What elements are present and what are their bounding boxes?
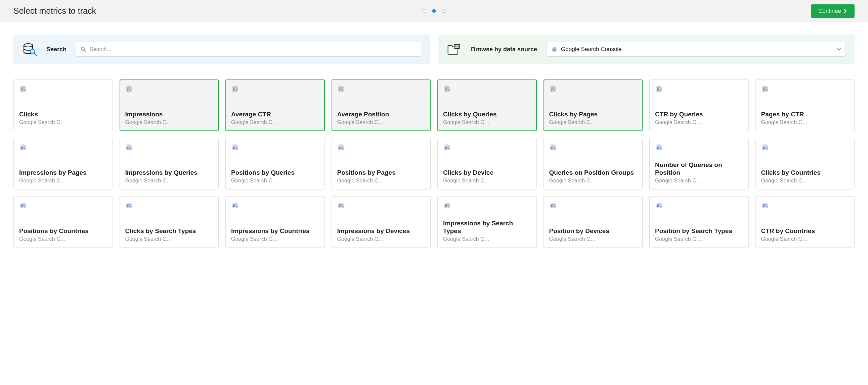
search-panel: Search xyxy=(13,35,430,64)
search-input-wrap xyxy=(76,42,421,57)
metric-card[interactable]: Average PositionGoogle Search C… xyxy=(332,79,431,131)
gsc-icon xyxy=(761,85,769,93)
gsc-icon xyxy=(231,85,239,93)
search-icon xyxy=(81,47,86,52)
continue-button[interactable]: Continue xyxy=(811,4,855,18)
metric-title: Impressions by Queries xyxy=(125,169,213,176)
svg-text:123: 123 xyxy=(455,45,459,48)
metric-card[interactable]: CTR by QueriesGoogle Search C… xyxy=(649,79,749,131)
step-dot-1[interactable] xyxy=(423,9,426,13)
metric-source: Google Search C… xyxy=(549,236,637,242)
metric-source: Google Search C… xyxy=(125,236,213,242)
metric-card[interactable]: ImpressionsGoogle Search C… xyxy=(120,79,219,131)
chevron-down-icon xyxy=(837,48,841,50)
metric-card[interactable]: Positions by QueriesGoogle Search C… xyxy=(225,138,325,189)
continue-label: Continue xyxy=(818,8,841,14)
data-source-select[interactable]: Google Search Console xyxy=(547,42,846,57)
metric-title: CTR by Queries xyxy=(655,111,743,118)
gsc-icon xyxy=(655,85,662,93)
gsc-icon xyxy=(19,85,27,93)
gsc-icon xyxy=(549,85,557,93)
metric-title: Clicks by Queries xyxy=(443,111,531,118)
metric-title: Positions by Pages xyxy=(337,169,425,176)
metric-title: Impressions by Pages xyxy=(19,169,107,176)
metric-card[interactable]: Impressions by PagesGoogle Search C… xyxy=(13,138,113,189)
metric-title: Positions by Countries xyxy=(19,228,107,235)
gsc-icon xyxy=(549,202,557,209)
stepper xyxy=(423,9,446,13)
metric-card[interactable]: Position by DevicesGoogle Search C… xyxy=(544,196,643,248)
gsc-icon xyxy=(337,144,345,151)
metric-card[interactable]: Impressions by QueriesGoogle Search C… xyxy=(120,138,219,189)
metric-source: Google Search C… xyxy=(443,178,531,184)
metric-source: Google Search C… xyxy=(19,178,107,184)
metric-source: Google Search C… xyxy=(231,178,319,184)
metric-card[interactable]: Clicks by DeviceGoogle Search C… xyxy=(437,138,537,189)
metric-card[interactable]: Average CTRGoogle Search C… xyxy=(225,79,325,131)
metrics-grid: ClicksGoogle Search C…ImpressionsGoogle … xyxy=(0,64,868,251)
metric-title: Position by Devices xyxy=(549,228,637,235)
gsc-icon xyxy=(337,85,345,93)
metric-source: Google Search C… xyxy=(549,178,637,184)
metric-source: Google Search C… xyxy=(655,236,743,242)
metric-card[interactable]: Clicks by Search TypesGoogle Search C… xyxy=(120,196,219,248)
page-title: Select metrics to track xyxy=(13,6,96,16)
data-source-selected: Google Search Console xyxy=(561,46,833,53)
metric-card[interactable]: Clicks by QueriesGoogle Search C… xyxy=(437,79,537,131)
metric-source: Google Search C… xyxy=(125,119,213,126)
gsc-icon xyxy=(125,202,133,209)
metric-source: Google Search C… xyxy=(19,119,107,126)
metric-card[interactable]: ClicksGoogle Search C… xyxy=(13,79,113,131)
metric-source: Google Search C… xyxy=(655,119,743,126)
metric-source: Google Search C… xyxy=(337,178,425,184)
gsc-icon xyxy=(549,144,557,151)
step-dot-2[interactable] xyxy=(432,9,436,13)
metric-card[interactable]: Position by Search TypesGoogle Search C… xyxy=(649,196,749,248)
metric-source: Google Search C… xyxy=(549,119,637,126)
metric-source: Google Search C… xyxy=(337,236,425,242)
metric-source: Google Search C… xyxy=(443,119,531,126)
metric-card[interactable]: Number of Queries on PositionGoogle Sear… xyxy=(649,138,749,189)
metric-card[interactable]: Queries on Position GroupsGoogle Search … xyxy=(544,138,643,189)
metric-title: Average CTR xyxy=(231,111,319,118)
browse-label: Browse by data source xyxy=(471,46,537,53)
metric-title: Queries on Position Groups xyxy=(549,169,637,176)
gsc-icon xyxy=(125,144,133,151)
search-input[interactable] xyxy=(76,42,421,57)
browse-panel: 123 Browse by data source Google Search … xyxy=(438,35,855,64)
wizard-header: Select metrics to track Continue xyxy=(0,0,868,22)
gsc-icon xyxy=(761,144,769,151)
metric-title: Impressions by Devices xyxy=(337,228,425,235)
svg-line-7 xyxy=(34,53,36,55)
metric-card[interactable]: Clicks by PagesGoogle Search C… xyxy=(544,79,643,131)
metric-source: Google Search C… xyxy=(761,236,849,242)
metric-title: Clicks by Device xyxy=(443,169,531,176)
metric-card[interactable]: Positions by CountriesGoogle Search C… xyxy=(13,196,113,248)
gsc-icon xyxy=(761,202,769,209)
metric-card[interactable]: Positions by PagesGoogle Search C… xyxy=(332,138,431,189)
metric-title: Impressions by Countries xyxy=(231,228,319,235)
metric-title: Clicks by Pages xyxy=(549,111,637,118)
gsc-icon xyxy=(19,202,27,209)
metric-source: Google Search C… xyxy=(443,236,531,242)
metric-title: Clicks by Search Types xyxy=(125,228,213,235)
metric-card[interactable]: Impressions by CountriesGoogle Search C… xyxy=(225,196,325,248)
metric-card[interactable]: Impressions by Search TypesGoogle Search… xyxy=(437,196,537,248)
gsc-icon xyxy=(655,144,662,151)
metric-card[interactable]: Pages by CTRGoogle Search C… xyxy=(755,79,855,131)
filter-row: Search 123 Browse by data source Google … xyxy=(0,22,868,64)
metric-title: Clicks by Countries xyxy=(761,169,849,176)
metric-card[interactable]: Clicks by CountriesGoogle Search C… xyxy=(755,138,855,189)
step-dot-3[interactable] xyxy=(442,9,446,13)
metric-title: Position by Search Types xyxy=(655,228,743,235)
gsc-icon xyxy=(443,85,451,93)
metric-title: Impressions xyxy=(125,111,213,118)
metric-card[interactable]: Impressions by DevicesGoogle Search C… xyxy=(332,196,431,248)
gsc-icon xyxy=(443,202,451,209)
metric-title: Impressions by Search Types xyxy=(443,220,531,235)
metric-source: Google Search C… xyxy=(655,178,743,184)
gsc-icon xyxy=(125,85,133,93)
metric-card[interactable]: CTR by CountriesGoogle Search C… xyxy=(755,196,855,248)
chevron-right-icon xyxy=(844,9,847,13)
metric-title: Positions by Queries xyxy=(231,169,319,176)
